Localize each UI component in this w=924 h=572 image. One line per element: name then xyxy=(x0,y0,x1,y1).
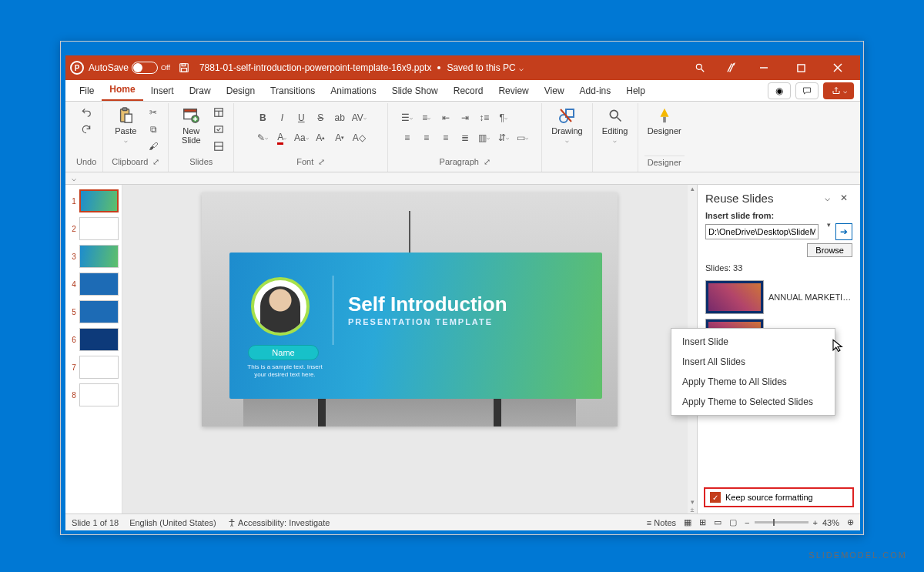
tab-slide-show[interactable]: Slide Show xyxy=(384,81,446,101)
smartart-button[interactable]: ▭⌵ xyxy=(514,129,531,146)
slideshow-icon[interactable]: ▢ xyxy=(729,517,737,527)
fit-to-window-icon[interactable]: ⊕ xyxy=(847,517,854,527)
thumbnail-5[interactable]: 5 xyxy=(69,300,119,323)
sorter-view-icon[interactable]: ⊞ xyxy=(699,517,706,527)
checkbox-checked-icon[interactable]: ✓ xyxy=(710,492,721,503)
shrink-font-button[interactable]: A▾ xyxy=(331,129,348,146)
underline-button[interactable]: U xyxy=(293,109,310,126)
redo-button[interactable] xyxy=(78,122,95,137)
tab-view[interactable]: View xyxy=(537,81,572,101)
normal-view-icon[interactable]: ▦ xyxy=(684,517,691,527)
columns-button[interactable]: ▥⌵ xyxy=(476,129,493,146)
clear-format-button[interactable]: A◇ xyxy=(350,129,367,146)
menu-item-apply-theme-to-selected-slides[interactable]: Apply Theme to Selected Slides xyxy=(671,392,835,412)
reset-button[interactable] xyxy=(210,122,227,137)
chevron-down-icon[interactable]: ⌵ xyxy=(819,189,835,206)
align-center-button[interactable]: ≡ xyxy=(418,129,435,146)
align-right-button[interactable]: ≡ xyxy=(437,129,454,146)
copy-button[interactable]: ⧉ xyxy=(145,122,162,137)
zoom-control[interactable]: − + 43% xyxy=(745,518,839,527)
maximize-button[interactable] xyxy=(783,55,819,80)
comments-button[interactable] xyxy=(795,82,819,99)
justify-button[interactable]: ≣ xyxy=(457,129,474,146)
autosave-toggle[interactable]: AutoSave Off xyxy=(89,62,170,74)
accessibility[interactable]: Accessibility: Investigate xyxy=(227,518,330,527)
toggle-switch[interactable] xyxy=(132,62,158,74)
zoom-slider[interactable] xyxy=(755,521,808,523)
browse-button[interactable]: Browse xyxy=(807,243,852,257)
numbering-button[interactable]: ≡⌵ xyxy=(418,109,435,126)
filename-area[interactable]: 7881-01-self-introduction-powerpoint-tem… xyxy=(199,62,685,73)
keep-source-formatting[interactable]: ✓ Keep source formatting xyxy=(704,487,854,507)
thumbnail-6[interactable]: 6 xyxy=(69,328,119,351)
tab-add-ins[interactable]: Add-ins xyxy=(572,81,619,101)
notes-button[interactable]: ≡ Notes xyxy=(647,518,676,527)
menu-item-apply-theme-to-all-slides[interactable]: Apply Theme to All Slides xyxy=(671,372,835,392)
tab-home[interactable]: Home xyxy=(102,79,142,101)
fontcolor-button[interactable]: A⌵ xyxy=(273,129,290,146)
strike-button[interactable]: S xyxy=(312,109,329,126)
designer-button[interactable]: Designer xyxy=(644,105,685,137)
align-left-button[interactable]: ≡ xyxy=(399,129,416,146)
tab-animations[interactable]: Animations xyxy=(323,81,383,101)
tab-help[interactable]: Help xyxy=(618,81,653,101)
insert-from-input[interactable] xyxy=(705,224,819,239)
coming-soon-icon[interactable] xyxy=(717,55,745,80)
tab-file[interactable]: File xyxy=(72,81,102,101)
alignvert-button[interactable]: ⇵⌵ xyxy=(495,129,512,146)
textdir-button[interactable]: ¶⌵ xyxy=(495,109,512,126)
linespace-button[interactable]: ↕≡ xyxy=(476,109,493,126)
slide-counter[interactable]: Slide 1 of 18 xyxy=(72,518,119,527)
close-icon[interactable]: ✕ xyxy=(835,189,852,206)
italic-button[interactable]: I xyxy=(273,109,290,126)
tab-insert[interactable]: Insert xyxy=(143,81,182,101)
charspace-button[interactable]: AV⌵ xyxy=(350,109,367,126)
highlight-button[interactable]: ✎⌵ xyxy=(254,129,271,146)
thumbnail-1[interactable]: 1 xyxy=(69,189,119,212)
paste-button[interactable]: Paste ⌵ xyxy=(109,105,142,146)
editing-button[interactable]: Editing⌵ xyxy=(599,105,631,146)
zoom-in-icon[interactable]: + xyxy=(813,518,818,527)
zoom-out-icon[interactable]: − xyxy=(745,518,749,527)
thumbnail-8[interactable]: 8 xyxy=(69,383,119,406)
thumbnail-7[interactable]: 7 xyxy=(69,356,119,379)
changecase-button[interactable]: Aa⌵ xyxy=(293,129,310,146)
share-button[interactable]: ⌵ xyxy=(823,82,854,99)
cut-button[interactable]: ✂ xyxy=(145,105,162,120)
thumbnail-4[interactable]: 4 xyxy=(69,273,119,296)
tab-transitions[interactable]: Transitions xyxy=(263,81,323,101)
thumbnail-2[interactable]: 2 xyxy=(69,217,119,240)
drawing-button[interactable]: Drawing⌵ xyxy=(548,105,585,146)
slide-thumbnails[interactable]: 12345678 xyxy=(65,185,122,513)
tab-record[interactable]: Record xyxy=(446,81,491,101)
minimize-button[interactable] xyxy=(746,55,782,80)
new-slide-button[interactable]: New Slide xyxy=(175,105,207,146)
layout-button[interactable] xyxy=(210,105,227,120)
undo-button[interactable] xyxy=(78,105,95,120)
tab-review[interactable]: Review xyxy=(490,81,536,101)
tab-design[interactable]: Design xyxy=(219,81,263,101)
format-painter-button[interactable]: 🖌 xyxy=(145,139,162,154)
shadow-button[interactable]: ab xyxy=(331,109,348,126)
reading-view-icon[interactable]: ▭ xyxy=(714,517,721,527)
bullets-button[interactable]: ☰⌵ xyxy=(399,109,416,126)
reuse-slide-item[interactable]: ANNUAL MARKETING... xyxy=(705,280,852,314)
menu-item-insert-all-slides[interactable]: Insert All Slides xyxy=(671,352,835,372)
section-button[interactable] xyxy=(210,139,227,154)
close-button[interactable] xyxy=(820,55,855,80)
language[interactable]: English (United States) xyxy=(129,518,216,527)
menu-item-insert-slide[interactable]: Insert Slide xyxy=(671,332,835,352)
save-icon[interactable] xyxy=(178,62,190,74)
tab-draw[interactable]: Draw xyxy=(182,81,219,101)
search-icon[interactable] xyxy=(685,55,715,80)
indent-inc-button[interactable]: ⇥ xyxy=(457,109,474,126)
ribbon-collapse-row[interactable]: ⌵ xyxy=(65,172,860,185)
grow-font-button[interactable]: A▴ xyxy=(312,129,329,146)
bold-button[interactable]: B xyxy=(254,109,271,126)
indent-dec-button[interactable]: ⇤ xyxy=(437,109,454,126)
context-menu: Insert SlideInsert All SlidesApply Theme… xyxy=(671,328,835,416)
go-button[interactable]: ➔ xyxy=(835,223,852,240)
thumbnail-3[interactable]: 3 xyxy=(69,245,119,268)
record-button[interactable]: ◉ xyxy=(768,82,791,99)
slide-preview[interactable]: Self Introduction PRESENTATION TEMPLATE … xyxy=(202,192,618,426)
